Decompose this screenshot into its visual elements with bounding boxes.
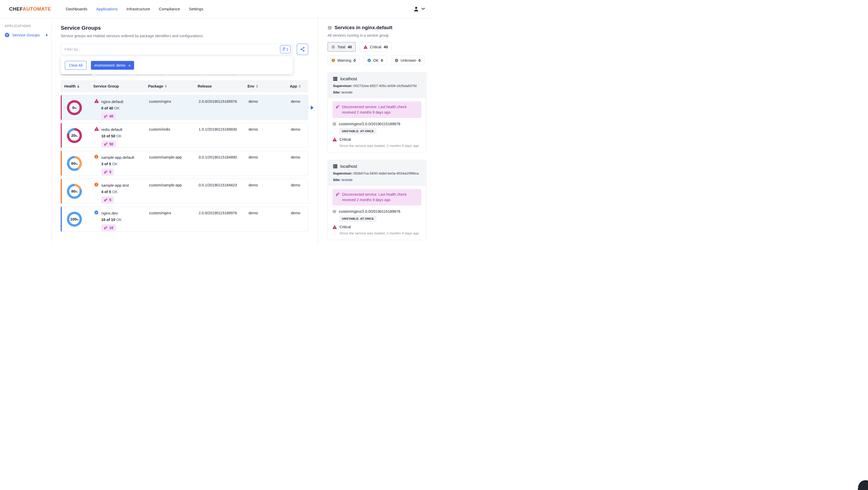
update-strategy-badge: UNSTABLE: AT-ONCE [339,128,376,134]
table-row-sample-app-test[interactable]: 80% sample-app.test 4 of 5 OK 5 custom/s… [61,178,308,204]
warning-icon [94,155,99,159]
disconnected-count-badge: 40 [101,113,116,120]
selected-row-arrow-icon[interactable] [311,106,314,110]
caret-right-icon[interactable] [46,34,48,36]
service-group-name: sample-app.test [101,183,149,188]
disconnected-count-badge: 5 [101,169,114,175]
app-cell: demo [291,207,308,215]
package-cell: custom/nginx [149,207,199,215]
user-menu[interactable] [413,6,425,12]
sidebar-section-label: APPLICATIONS [5,24,52,28]
ok-icon [94,210,99,215]
services-side-panel: Services in nginx.default All services r… [318,18,434,245]
disconnected-count-badge: 10 [101,224,116,231]
health-donut: 60% [67,156,82,171]
supervisor-id: 083b07ca-5830-4a8d-be0a-9034a25f66ca [353,171,419,175]
service-group-name: sample-app.default [101,155,149,160]
nav-settings[interactable]: Settings [189,7,203,11]
page-title: Service Groups [61,25,308,31]
sort-icon[interactable] [77,85,79,88]
health-status: Critical [339,225,351,229]
critical-icon [94,127,99,131]
column-package[interactable]: Package [148,84,197,88]
critical-icon [364,45,368,49]
app-cell: demo [291,151,308,159]
top-navigation-bar: CHEFAUTOMATE Dashboards Applications Inf… [0,0,434,18]
package-dots-icon [333,209,336,214]
filter-count-button[interactable]: 1 [280,45,291,54]
service-group-name: redis.default [101,127,149,132]
table-row-nginx-dev[interactable]: 100% nginx.dev 10 of 10 OK 10 custom/ngi… [61,206,308,232]
pill-total[interactable]: Total40 [328,42,356,52]
sort-icon[interactable] [299,85,301,88]
service-card[interactable]: localhost Supervisor: 083b07ca-5830-4a8d… [328,160,426,240]
env-cell: demo [249,151,291,159]
share-button[interactable] [297,44,308,55]
health-donut: 80% [67,184,82,199]
chef-automate-logo[interactable]: CHEFAUTOMATE [9,6,51,12]
disconnected-alert: Disconnected service: Last health check … [333,189,421,205]
update-strategy-badge: UNSTABLE: AT-ONCE [339,216,376,222]
package-cell: custom/sample-app [149,179,199,187]
panel-title: Services in nginx.default [328,25,426,30]
page-subtitle: Service groups are Habitat services orde… [61,34,308,38]
column-health[interactable]: Health [64,84,93,88]
chip-close-icon[interactable]: × [128,63,131,68]
service-groups-icon [5,33,9,37]
warning-icon [94,183,99,187]
services-dots-icon [328,26,332,30]
disconnected-count-badge: 5 [101,196,114,203]
column-env[interactable]: Env [247,84,290,88]
service-card[interactable]: localhost Supervisor: 002732ee-6557-405c… [328,72,426,153]
health-status: Critical [339,137,351,141]
broken-link-icon [104,115,108,118]
table-row-nginx-default[interactable]: 0% nginx.default 0 of 40 OK 40 custom/ng… [61,95,308,120]
share-icon [300,47,305,52]
column-service-group[interactable]: Service Group [93,84,148,88]
filter-chip-environment-demo[interactable]: environment: demo × [91,61,134,70]
release-cell: 2.0.0/20190115189976 [199,207,249,215]
main-content: Service Groups Service groups are Habita… [52,18,318,245]
broken-link-icon [104,170,108,174]
svg-text:?: ? [396,59,397,62]
nav-dashboards[interactable]: Dashboards [66,7,88,11]
sort-icon[interactable] [165,85,167,88]
app-cell: demo [291,95,308,103]
clear-all-button[interactable]: Clear All [65,61,87,70]
release-cell: 0.0.1/20190115184890 [199,151,249,159]
package-cell: custom/sample-app [149,151,199,159]
nav-compliance[interactable]: Compliance [159,7,180,11]
sidebar-item-service-groups[interactable]: Service Groups [5,33,52,37]
filter-bar: 1 [61,44,293,55]
table-row-redis-default[interactable]: 20% redis.default 10 of 50 OK 50 custom/… [61,123,308,148]
env-cell: demo [249,95,291,103]
warning-icon [332,59,335,62]
table-row-sample-app-default[interactable]: 60% sample-app.default 3 of 5 OK 5 custo… [61,151,308,176]
service-card-header: localhost Supervisor: 002732ee-6557-405c… [328,72,426,98]
broken-link-icon [104,142,108,146]
filter-count: 1 [286,47,288,52]
sidebar-item-label: Service Groups [12,33,43,37]
release-cell: 1.0.1/20190115189830 [199,123,249,131]
app-cell: demo [291,123,308,131]
sort-icon[interactable] [256,85,258,88]
logo-automate: AUTOMATE [23,6,51,11]
pill-ok[interactable]: OK0 [364,56,387,65]
column-app[interactable]: App [290,84,308,88]
pill-unknown[interactable]: ?Unknown0 [391,56,425,65]
logo-chef: CHEF [9,6,23,11]
column-release[interactable]: Release [197,84,247,88]
site-name: testsite [342,178,352,182]
disconnected-alert: Disconnected service: Last health check … [333,101,421,118]
server-icon [333,164,337,168]
pill-warning[interactable]: Warning0 [328,56,360,65]
nav-applications[interactable]: Applications [96,7,118,11]
nav-infrastructure[interactable]: Infrastructure [127,7,150,11]
panel-subtitle: All services running in a service group. [328,33,426,37]
env-cell: demo [249,123,291,131]
health-since: Since the service was loaded, 2 months 9… [339,144,421,148]
pill-critical[interactable]: Critical40 [360,42,392,52]
filter-icon [283,48,286,51]
env-cell: demo [249,207,291,215]
filter-input[interactable] [65,47,280,52]
